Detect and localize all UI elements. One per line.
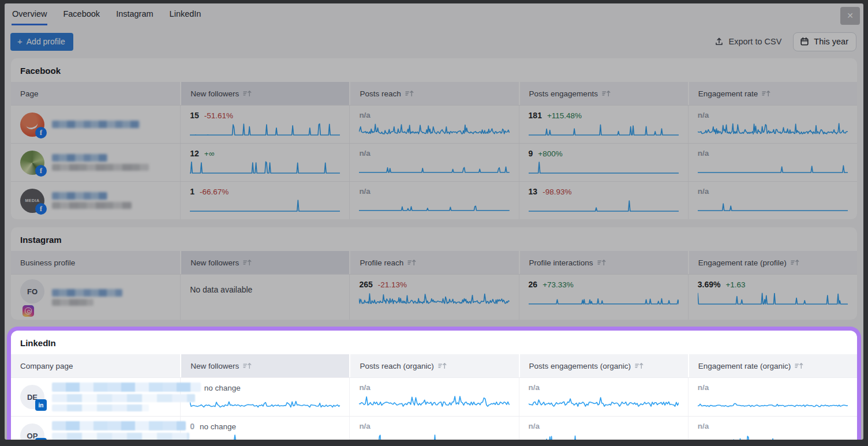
close-button[interactable]: ✕ bbox=[840, 7, 860, 25]
redacted-name-line bbox=[52, 121, 140, 128]
metric-value: 12 bbox=[190, 149, 199, 158]
add-profile-button[interactable]: + Add profile bbox=[10, 33, 73, 51]
metric-value: 1 bbox=[190, 187, 194, 196]
section-title-linkedin: LinkedIn bbox=[11, 331, 857, 354]
column-header-posts-reach[interactable]: Posts reach bbox=[349, 82, 518, 105]
metric-value-row: n/a bbox=[359, 187, 509, 196]
metric-cell-posts-engagements: 13-98.93% bbox=[519, 182, 688, 219]
column-header-posts-engagements[interactable]: Posts engagements bbox=[519, 82, 688, 105]
column-header-new-followers[interactable]: New followers bbox=[180, 251, 349, 274]
metric-value: 15 bbox=[190, 111, 199, 120]
metric-cell-engagement-rate-organic: n/a bbox=[688, 417, 857, 440]
tab-linkedin[interactable]: LinkedIn bbox=[169, 6, 202, 25]
column-header-posts-reach-organic[interactable]: Posts reach (organic) bbox=[349, 354, 518, 377]
metric-cell-new-followers: 74no change bbox=[180, 378, 349, 416]
profile-cell[interactable]: FO bbox=[11, 275, 180, 320]
sparkline-chart bbox=[190, 394, 340, 409]
facebook-row-2[interactable]: f12+∞n/a9+800%n/a bbox=[11, 143, 857, 181]
metric-value-row: 1-66.67% bbox=[190, 187, 340, 196]
profile-cell[interactable]: MEDIAf bbox=[11, 182, 180, 219]
column-header-label: New followers bbox=[190, 362, 239, 370]
column-header-label: Business profile bbox=[20, 258, 75, 267]
column-header-label: Engagement rate bbox=[698, 89, 758, 98]
sort-icon bbox=[635, 362, 643, 369]
redacted-name-line bbox=[52, 289, 122, 297]
sparkline-chart bbox=[529, 198, 679, 213]
metric-value-row: 265-21.13% bbox=[359, 280, 509, 289]
sparkline-chart bbox=[698, 432, 848, 440]
sparkline-chart bbox=[529, 122, 679, 137]
sparkline-chart bbox=[190, 122, 340, 137]
metric-value-row: n/a bbox=[359, 111, 509, 119]
close-icon: ✕ bbox=[847, 11, 854, 20]
tab-facebook[interactable]: Facebook bbox=[62, 6, 100, 25]
profile-cell[interactable]: OPin bbox=[11, 417, 180, 440]
redacted-name-line bbox=[52, 164, 149, 171]
instagram-row-1[interactable]: FONo data available265-21.13%26+73.33%3.… bbox=[11, 274, 857, 320]
sections-container: FacebookPageNew followersPosts reachPost… bbox=[11, 58, 857, 440]
sparkline-chart bbox=[359, 291, 509, 306]
metric-value-row: 13-98.93% bbox=[529, 187, 679, 196]
facebook-row-3[interactable]: MEDIAf1-66.67%n/a13-98.93%n/a bbox=[11, 181, 857, 219]
column-header-label: Posts reach (organic) bbox=[360, 362, 433, 370]
linkedin-badge-icon: in bbox=[35, 438, 47, 440]
avatar: f bbox=[20, 113, 44, 137]
metric-cell-posts-engagements: 181+115.48% bbox=[519, 106, 688, 143]
facebook-row-1[interactable]: f15-51.61%n/a181+115.48%n/a bbox=[11, 105, 857, 143]
tab-label: LinkedIn bbox=[170, 9, 201, 18]
column-header-label: Company page bbox=[20, 362, 73, 370]
tab-overview[interactable]: Overview bbox=[12, 6, 47, 25]
sparkline-chart bbox=[698, 121, 848, 136]
column-header-profile-interactions[interactable]: Profile interactions bbox=[519, 251, 688, 274]
metric-change: no change bbox=[200, 422, 236, 431]
metric-cell-new-followers: 12+∞ bbox=[180, 144, 349, 181]
tab-instagram[interactable]: Instagram bbox=[115, 6, 154, 25]
column-header-new-followers[interactable]: New followers bbox=[180, 354, 349, 377]
column-header-label: Engagement rate (organic) bbox=[698, 362, 791, 370]
date-range-button[interactable]: This year bbox=[793, 32, 856, 51]
metric-cell-posts-reach-organic: n/a bbox=[349, 417, 518, 440]
metric-value: 181 bbox=[529, 111, 542, 120]
export-csv-button[interactable]: Export to CSV bbox=[714, 37, 781, 46]
profile-cell[interactable]: f bbox=[11, 106, 180, 143]
app-window: { "tabs": { "items": [ { "label": "Overv… bbox=[0, 0, 868, 446]
metric-value: 9 bbox=[529, 149, 533, 158]
metric-value: n/a bbox=[698, 187, 709, 196]
sparkline-chart bbox=[698, 393, 848, 408]
metric-cell-new-followers: 1-66.67% bbox=[180, 182, 349, 219]
linkedin-row-2[interactable]: OPin0no changen/an/an/a bbox=[11, 416, 857, 440]
sparkline-chart bbox=[698, 159, 848, 174]
redacted-profile-name bbox=[52, 192, 132, 209]
column-header-profile-reach[interactable]: Profile reach bbox=[349, 251, 518, 274]
column-header-engagement-rate-profile[interactable]: Engagement rate (profile) bbox=[688, 251, 857, 274]
tab-label: Overview bbox=[12, 9, 47, 18]
redacted-name-line bbox=[52, 421, 186, 430]
metric-cell-posts-reach-organic: n/a bbox=[349, 378, 518, 416]
metric-cell-posts-reach: n/a bbox=[349, 144, 518, 181]
column-header-new-followers[interactable]: New followers bbox=[180, 82, 349, 105]
sort-icon bbox=[405, 90, 414, 97]
metric-value-row: n/a bbox=[359, 422, 509, 430]
sort-icon bbox=[438, 362, 447, 369]
column-header-posts-engagements-organic[interactable]: Posts engagements (organic) bbox=[519, 354, 688, 377]
sparkline-chart bbox=[529, 291, 679, 306]
linkedin-row-1[interactable]: DEin74no changen/an/an/a bbox=[11, 377, 857, 416]
linkedin-badge-icon: in bbox=[35, 399, 47, 411]
column-header-engagement-rate[interactable]: Engagement rate bbox=[688, 82, 857, 105]
metric-value-row: n/a bbox=[698, 383, 848, 392]
column-header-label: Profile reach bbox=[360, 258, 403, 267]
metric-value-row: n/a bbox=[529, 422, 679, 430]
avatar: DEin bbox=[20, 385, 44, 409]
metric-value-row: 0no change bbox=[190, 422, 340, 431]
profile-cell[interactable]: f bbox=[11, 144, 180, 181]
column-header-engagement-rate-organic[interactable]: Engagement rate (organic) bbox=[688, 354, 857, 377]
metric-cell-posts-engagements-organic: n/a bbox=[519, 378, 688, 416]
metric-cell-new-followers: 0no change bbox=[180, 417, 349, 440]
sort-icon bbox=[602, 90, 611, 97]
plus-icon: + bbox=[17, 37, 23, 46]
metric-value-row: n/a bbox=[359, 383, 509, 392]
column-header-company-page: Company page bbox=[11, 354, 180, 377]
avatar: MEDIAf bbox=[20, 189, 44, 213]
profile-cell[interactable]: DEin bbox=[11, 378, 180, 416]
metric-value: n/a bbox=[359, 187, 371, 196]
